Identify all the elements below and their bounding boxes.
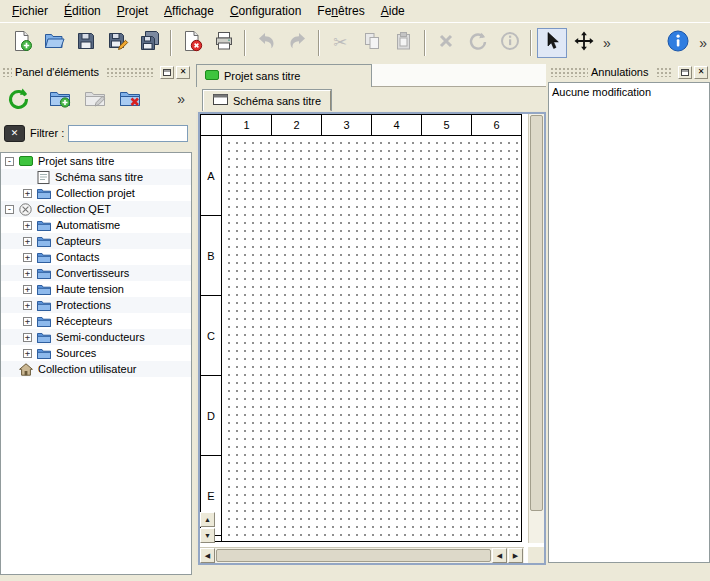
menu-bar: Fichier Édition Projet Affichage Configu… xyxy=(0,0,710,22)
new-element-folder-icon xyxy=(48,86,72,113)
elements-panel-dock: Panel d'éléments ✕ » ✕ Filtrer : xyxy=(0,64,192,581)
save-all-icon xyxy=(139,30,161,55)
edit-element-button[interactable] xyxy=(80,84,110,114)
menu-fenetres[interactable]: Fenêtres xyxy=(309,1,372,21)
menu-configuration[interactable]: Configuration xyxy=(222,1,309,21)
elements-panel-titlebar[interactable]: Panel d'éléments ✕ xyxy=(0,64,192,80)
element-info-button[interactable] xyxy=(495,28,525,58)
project-icon xyxy=(19,156,33,166)
tree-item-sources[interactable]: + Sources xyxy=(1,345,191,361)
close-dock-button[interactable]: ✕ xyxy=(694,66,708,79)
menu-edition[interactable]: Édition xyxy=(56,1,109,21)
panel-toolbar-overflow-chevron[interactable]: » xyxy=(177,91,189,107)
arrow-down-icon: ▼ xyxy=(204,532,211,539)
copy-button[interactable] xyxy=(357,28,387,58)
expand-expander-icon[interactable]: + xyxy=(23,333,32,342)
scroll-up-button[interactable]: ▲ xyxy=(200,512,215,527)
expand-expander-icon[interactable]: + xyxy=(23,253,32,262)
schema-icon xyxy=(37,171,50,184)
new-element-button[interactable] xyxy=(45,84,75,114)
toolbar-separator xyxy=(318,30,320,56)
dock-grip[interactable] xyxy=(2,67,12,77)
schema-sheet[interactable]: 1 2 3 4 5 6 A B C D E xyxy=(200,114,522,542)
expand-expander-icon[interactable]: + xyxy=(23,285,32,294)
delete-element-button[interactable] xyxy=(115,84,145,114)
expand-expander-icon[interactable]: + xyxy=(23,189,32,198)
dock-grip[interactable] xyxy=(656,67,673,77)
cut-button[interactable]: ✂ xyxy=(325,28,355,58)
filter-input[interactable] xyxy=(68,125,188,142)
elements-tree: - Projet sans titre · Schéma sans titre … xyxy=(0,152,192,575)
dock-grip[interactable] xyxy=(106,67,154,77)
expand-expander-icon[interactable]: + xyxy=(23,301,32,310)
tree-item-collection-projet[interactable]: + Collection projet xyxy=(1,185,191,201)
arrow-left-icon: ◀ xyxy=(205,552,210,560)
expand-expander-icon[interactable]: + xyxy=(23,237,32,246)
schema-grid-canvas[interactable] xyxy=(222,136,521,541)
redo-button[interactable] xyxy=(283,28,313,58)
scroll-right-button[interactable]: ▶ xyxy=(508,548,523,563)
dock-grip[interactable] xyxy=(550,67,588,77)
tree-item-semi-conducteurs[interactable]: + Semi-conducteurs xyxy=(1,329,191,345)
expand-expander-icon[interactable]: + xyxy=(23,349,32,358)
tree-item-collection-qet[interactable]: - Collection QET xyxy=(1,201,191,217)
save-all-button[interactable] xyxy=(135,28,165,58)
scroll-left-button[interactable]: ◀ xyxy=(200,548,215,563)
menu-projet[interactable]: Projet xyxy=(109,1,156,21)
tree-item-contacts[interactable]: + Contacts xyxy=(1,249,191,265)
vertical-scrollbar[interactable] xyxy=(528,114,544,543)
tree-item-capteurs[interactable]: + Capteurs xyxy=(1,233,191,249)
tab-projet-sans-titre[interactable]: Projet sans titre xyxy=(196,64,372,87)
tree-item-schema[interactable]: · Schéma sans titre xyxy=(1,169,191,185)
vertical-scrollbar-thumb[interactable] xyxy=(530,115,543,511)
delete-button[interactable] xyxy=(431,28,461,58)
folder-icon xyxy=(37,283,51,295)
print-button[interactable] xyxy=(209,28,239,58)
scroll-left-button-2[interactable]: ◀ xyxy=(492,548,507,563)
toolbar-separator xyxy=(530,30,532,56)
tree-item-project[interactable]: - Projet sans titre xyxy=(1,153,191,169)
undo-dock-titlebar[interactable]: Annulations ✕ xyxy=(548,64,710,80)
undo-history-list[interactable]: Aucune modification xyxy=(548,82,710,563)
row-header: D xyxy=(201,376,221,456)
close-dock-button[interactable]: ✕ xyxy=(176,66,190,79)
tree-item-recepteurs[interactable]: + Récepteurs xyxy=(1,313,191,329)
row-header: A xyxy=(201,136,221,216)
save-button[interactable] xyxy=(71,28,101,58)
tab-schema-sans-titre[interactable]: Schéma sans titre xyxy=(203,90,331,111)
reload-collections-button[interactable] xyxy=(3,84,33,114)
cursor-arrow-icon xyxy=(541,30,563,55)
expand-expander-icon[interactable]: + xyxy=(23,221,32,230)
close-file-button[interactable] xyxy=(177,28,207,58)
tree-item-convertisseurs[interactable]: + Convertisseurs xyxy=(1,265,191,281)
clear-filter-button[interactable]: ✕ xyxy=(4,125,25,142)
collapse-expander-icon[interactable]: - xyxy=(5,205,14,214)
move-view-button[interactable] xyxy=(569,28,599,58)
tree-item-protections[interactable]: + Protections xyxy=(1,297,191,313)
select-tool-button[interactable] xyxy=(537,28,567,58)
expand-expander-icon[interactable]: + xyxy=(23,269,32,278)
toolbar-overflow-chevron[interactable]: » xyxy=(600,30,614,56)
menu-fichier[interactable]: Fichier xyxy=(4,1,56,21)
collapse-expander-icon[interactable]: - xyxy=(5,157,14,166)
paste-button[interactable] xyxy=(389,28,419,58)
tree-item-automatisme[interactable]: + Automatisme xyxy=(1,217,191,233)
tree-item-haute-tension[interactable]: + Haute tension xyxy=(1,281,191,297)
scroll-down-button[interactable]: ▼ xyxy=(200,528,215,543)
open-project-button[interactable] xyxy=(39,28,69,58)
arrow-up-icon: ▲ xyxy=(204,516,211,523)
horizontal-scrollbar-thumb[interactable] xyxy=(216,549,491,562)
new-document-button[interactable] xyxy=(7,28,37,58)
undo-button[interactable] xyxy=(251,28,281,58)
float-dock-button[interactable] xyxy=(160,66,174,79)
expand-expander-icon[interactable]: + xyxy=(23,317,32,326)
menu-aide[interactable]: Aide xyxy=(373,1,413,21)
toolbar-overflow-chevron-right[interactable]: » xyxy=(696,30,710,56)
horizontal-scrollbar[interactable]: ◀ ◀ ▶ xyxy=(200,547,524,563)
about-info-button[interactable] xyxy=(661,28,695,58)
rotate-button[interactable] xyxy=(463,28,493,58)
menu-affichage[interactable]: Affichage xyxy=(156,1,222,21)
tree-item-collection-utilisateur[interactable]: · Collection utilisateur xyxy=(1,361,191,377)
save-as-button[interactable] xyxy=(103,28,133,58)
float-dock-button[interactable] xyxy=(678,66,692,79)
